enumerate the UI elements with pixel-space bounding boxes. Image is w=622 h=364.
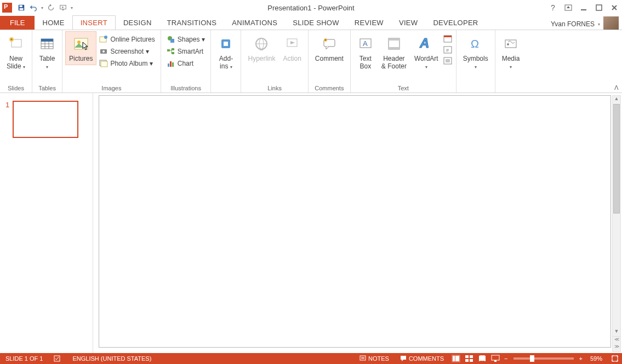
prev-slide-icon[interactable]: ≪ <box>613 336 620 344</box>
start-from-beginning-icon[interactable] <box>57 2 69 14</box>
next-slide-icon[interactable]: ≫ <box>613 344 620 351</box>
zoom-in-button[interactable]: + <box>577 355 585 362</box>
status-comments[interactable]: COMMENTS <box>395 355 449 362</box>
tab-developer[interactable]: DEVELOPER <box>425 16 486 30</box>
tab-review[interactable]: REVIEW <box>347 16 391 30</box>
group-label-tables: Tables <box>36 85 59 93</box>
svg-rect-28 <box>172 52 174 54</box>
object-icon <box>443 56 452 65</box>
group-symbols: Ω Symbols▾ <box>456 30 495 93</box>
group-label-symbols <box>460 91 492 93</box>
maximize-icon[interactable] <box>594 2 604 13</box>
svg-rect-2 <box>20 8 24 10</box>
status-slide-count[interactable]: SLIDE 1 OF 1 <box>0 355 48 362</box>
hyperlink-button[interactable]: Hyperlink <box>244 32 278 65</box>
cursor-icon <box>82 42 90 50</box>
svg-point-21 <box>102 50 105 53</box>
slide-thumbnails: 1 <box>0 93 93 353</box>
view-slideshow-button[interactable] <box>489 355 502 362</box>
minimize-icon[interactable] <box>578 2 589 13</box>
sorter-view-icon <box>465 355 473 362</box>
smartart-button[interactable]: SmartArt <box>164 46 208 57</box>
thumbnail-number: 1 <box>5 101 9 138</box>
svg-text:#: # <box>446 48 449 53</box>
fit-to-window-button[interactable] <box>608 355 622 362</box>
addins-button[interactable]: Add- ins ▾ <box>214 32 237 73</box>
svg-rect-67 <box>492 355 499 360</box>
scroll-down-icon[interactable]: ▼ <box>613 328 620 336</box>
help-icon[interactable]: ? <box>547 2 558 13</box>
smartart-icon <box>167 47 175 56</box>
media-button[interactable]: Media▾ <box>499 32 523 73</box>
zoom-level[interactable]: 59% <box>585 355 608 362</box>
shapes-icon <box>167 35 175 44</box>
group-label-media <box>499 91 523 93</box>
qat-customize-icon[interactable]: ▾ <box>69 2 75 14</box>
svg-rect-11 <box>41 39 53 42</box>
tab-slideshow[interactable]: SLIDE SHOW <box>285 16 347 30</box>
status-spellcheck[interactable] <box>48 355 67 362</box>
slideshow-view-icon <box>491 355 500 362</box>
collapse-ribbon-icon[interactable]: ᐱ <box>614 84 619 91</box>
group-tables: Table▾ Tables <box>32 30 62 93</box>
save-icon[interactable] <box>15 2 27 14</box>
text-box-button[interactable]: A Text Box <box>354 32 377 72</box>
ribbon: New Slide ▾ Slides Table▾ Tables Picture… <box>0 30 622 93</box>
chart-button[interactable]: Chart <box>164 58 208 69</box>
zoom-slider-knob[interactable] <box>530 355 534 362</box>
svg-rect-33 <box>224 42 228 46</box>
scroll-thumb[interactable] <box>613 104 620 213</box>
tab-file[interactable]: FILE <box>0 16 35 30</box>
date-time-button[interactable] <box>443 34 453 44</box>
thumbnail-preview[interactable] <box>13 101 78 138</box>
group-label-illustrations: Illustrations <box>164 85 208 93</box>
zoom-slider[interactable] <box>513 357 574 360</box>
slide-number-button[interactable]: # <box>443 45 453 55</box>
undo-dropdown-icon[interactable]: ▾ <box>39 2 45 14</box>
table-button[interactable]: Table▾ <box>36 32 59 73</box>
pictures-button[interactable]: Pictures <box>66 32 96 65</box>
object-button[interactable] <box>443 56 453 66</box>
svg-rect-62 <box>455 356 459 361</box>
group-label-text: Text <box>354 85 453 93</box>
svg-rect-4 <box>62 9 64 11</box>
undo-icon[interactable] <box>27 2 39 14</box>
tab-animations[interactable]: ANIMATIONS <box>224 16 285 30</box>
svg-rect-69 <box>612 356 618 361</box>
photo-album-button[interactable]: Photo Album ▾ <box>97 58 157 69</box>
online-pictures-button[interactable]: Online Pictures <box>97 34 157 45</box>
wordart-button[interactable]: A WordArt▾ <box>411 32 442 73</box>
zoom-out-button[interactable]: − <box>502 355 510 362</box>
svg-rect-43 <box>389 38 400 41</box>
action-button[interactable]: Action <box>279 32 304 65</box>
new-slide-button[interactable]: New Slide ▾ <box>3 32 28 73</box>
user-dropdown-icon[interactable]: ▾ <box>598 22 600 27</box>
comment-button[interactable]: Comment <box>312 32 347 65</box>
tab-insert[interactable]: INSERT <box>72 15 116 30</box>
scroll-up-icon[interactable]: ▲ <box>613 96 620 103</box>
tab-design[interactable]: DESIGN <box>116 16 159 30</box>
tab-view[interactable]: VIEW <box>391 16 425 30</box>
symbols-button[interactable]: Ω Symbols▾ <box>460 32 492 73</box>
thumbnail-1[interactable]: 1 <box>5 101 87 138</box>
ribbon-display-icon[interactable] <box>563 2 574 13</box>
screenshot-button[interactable]: Screenshot ▾ <box>97 46 157 57</box>
chart-icon <box>167 59 175 68</box>
redo-icon[interactable] <box>45 2 57 14</box>
view-reading-button[interactable] <box>476 355 489 362</box>
slide-number-icon: # <box>443 45 452 54</box>
shapes-button[interactable]: Shapes ▾ <box>164 34 208 45</box>
svg-text:A: A <box>419 36 429 50</box>
tab-home[interactable]: HOME <box>35 16 72 30</box>
status-language[interactable]: ENGLISH (UNITED STATES) <box>67 355 157 362</box>
slide-canvas[interactable] <box>99 95 611 348</box>
status-notes[interactable]: NOTES <box>354 355 395 362</box>
svg-rect-44 <box>389 47 400 49</box>
tab-transitions[interactable]: TRANSITIONS <box>159 16 225 30</box>
view-normal-button[interactable] <box>449 355 463 362</box>
view-sorter-button[interactable] <box>463 355 476 362</box>
close-icon[interactable] <box>609 2 620 13</box>
svg-rect-29 <box>168 63 169 67</box>
vertical-scrollbar[interactable]: ▲ ▼ ≪ ≫ <box>612 95 621 352</box>
header-footer-button[interactable]: Header & Footer <box>378 32 410 72</box>
